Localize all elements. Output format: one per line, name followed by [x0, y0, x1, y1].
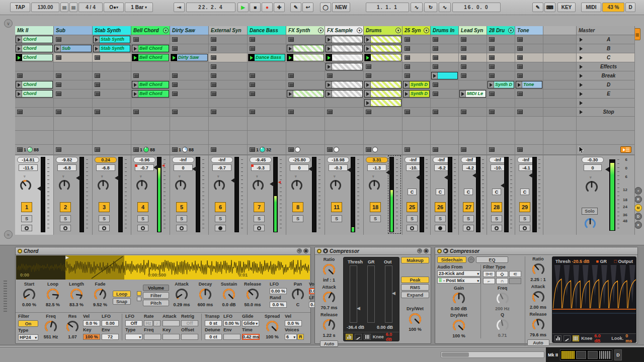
unfold-icon[interactable]: ▶ [443, 248, 448, 253]
clip-slot[interactable] [286, 99, 325, 108]
filter-lowcut-icon[interactable]: ⊃⊂ [483, 271, 495, 277]
clip-slot[interactable] [286, 80, 325, 89]
solo-button[interactable]: S [463, 215, 474, 222]
volume-lfo-amount-field[interactable]: 0.00 % [270, 288, 287, 294]
clip-slot[interactable] [325, 35, 364, 44]
clip-slot[interactable] [431, 80, 459, 89]
clip-slot[interactable] [487, 44, 515, 53]
loop-switch-icon[interactable]: ↻ [424, 3, 437, 12]
clip-stop-button[interactable] [433, 55, 438, 60]
clip-bell-chord[interactable]: Bell Chord [132, 81, 169, 88]
peak-level-field[interactable]: -Inf [433, 157, 450, 163]
pan-knob[interactable] [290, 178, 304, 193]
device-on-icon[interactable] [437, 249, 442, 253]
clip-launch-icon[interactable] [365, 54, 371, 61]
clip-slot[interactable] [325, 62, 364, 71]
clip-slot[interactable] [15, 71, 54, 80]
tap-tempo-button[interactable]: TAP [10, 3, 30, 12]
clip-stop-button[interactable] [250, 82, 255, 87]
clip-launch-icon[interactable] [326, 90, 332, 97]
arm-button[interactable] [215, 225, 226, 231]
track-activator[interactable]: 1 [21, 202, 32, 212]
clip-sub[interactable]: Sub [54, 45, 92, 52]
clip-slot[interactable] [459, 35, 487, 44]
clip-unnamed[interactable] [326, 90, 363, 98]
peak-level-field[interactable]: -25.80 [288, 157, 310, 163]
clip-launch-icon[interactable] [132, 45, 138, 52]
device-drag-strip[interactable] [4, 281, 7, 313]
track-activator[interactable]: 25 [407, 202, 418, 212]
sidechain-button[interactable]: Sidechain [437, 256, 466, 263]
sample-waveform[interactable]: 0:00 0:00:500 0:01 [16, 255, 310, 280]
clip-stop-button[interactable] [405, 64, 410, 69]
volume-velocity-field[interactable]: 0.0 % [285, 320, 302, 326]
clip-stop-button[interactable] [517, 73, 523, 78]
clip-slot[interactable] [403, 35, 431, 44]
clip-unnamed[interactable] [326, 36, 363, 43]
volume-slider-handle[interactable] [115, 175, 119, 180]
volume-field[interactable]: -9.7 [212, 164, 231, 171]
release-knob[interactable] [321, 318, 337, 333]
sidechain-filter-freq-knob[interactable] [495, 291, 510, 306]
follow-icon[interactable]: ⇥ [174, 3, 185, 12]
clip-slot[interactable] [15, 62, 54, 71]
attack-knob[interactable] [174, 287, 189, 302]
clip-slot[interactable] [515, 35, 543, 44]
volume-field[interactable]: -9.3 [251, 164, 270, 171]
pan-knob[interactable] [329, 178, 343, 193]
track-activator[interactable]: 7 [254, 202, 265, 212]
clip-stop-button[interactable] [211, 73, 216, 78]
scene-effects[interactable]: Effects [577, 62, 635, 71]
scrollbar-thumb[interactable] [442, 352, 469, 357]
clip-slot[interactable] [286, 62, 325, 71]
clip-slot[interactable] [325, 89, 364, 99]
clip-bell-chord[interactable]: Bell Chord [132, 45, 169, 52]
voices-select[interactable]: 6▾ [285, 334, 297, 340]
clip-stop-button[interactable] [211, 82, 216, 87]
sidechain-tap-select[interactable]: ⠿ - Post Mix▾ [437, 278, 480, 284]
clip-stop-button[interactable] [433, 64, 438, 69]
mixer-io-toggle-icon[interactable]: ≡ [634, 187, 642, 195]
clip-slot[interactable] [131, 35, 170, 44]
clip-unnamed[interactable] [364, 81, 401, 88]
clip-launch-icon[interactable] [94, 36, 100, 43]
clip-slot[interactable] [431, 62, 459, 71]
track-stop-button[interactable] [211, 147, 216, 152]
track-stop-button[interactable] [133, 147, 139, 152]
volume-slider-handle[interactable] [37, 186, 41, 191]
clip-slot[interactable]: Synth D [487, 80, 515, 89]
spread-knob[interactable] [265, 319, 280, 334]
clip-slot[interactable]: Bell Chord [131, 53, 170, 62]
clip-stop-button[interactable] [461, 46, 466, 51]
clip-slot[interactable] [487, 35, 515, 44]
lfo-on-off-field[interactable]: Off [125, 320, 142, 326]
capture-new-scene-button[interactable]: NEW [332, 3, 350, 12]
filter-highpass-icon[interactable]: ⌒ [509, 278, 521, 284]
clip-slot[interactable] [170, 80, 209, 89]
clip-launch-icon[interactable] [16, 81, 22, 88]
key-map-button[interactable]: KEY [557, 3, 576, 12]
clip-slot[interactable] [515, 99, 543, 108]
clip-slot[interactable] [248, 62, 286, 71]
clip-stop-button[interactable] [405, 73, 410, 78]
clip-slot[interactable] [515, 108, 543, 117]
clip-stop-button[interactable] [489, 73, 495, 78]
track-stop-button[interactable] [95, 147, 100, 152]
automation-arm-icon[interactable]: ✎ [290, 3, 301, 12]
clip-stop-button[interactable] [95, 55, 100, 60]
clip-launch-icon[interactable] [55, 45, 61, 52]
solo-button[interactable]: S [519, 215, 530, 222]
clip-slot[interactable] [431, 44, 459, 53]
track-header-external-syn[interactable]: External Syn [209, 26, 248, 35]
volume-field[interactable]: 0 [174, 164, 193, 171]
tab-filter[interactable]: Filter [143, 292, 169, 299]
solo-button[interactable]: S [292, 215, 303, 222]
filter-notch-icon[interactable]: ∩ [496, 278, 508, 284]
track-stop-button[interactable] [461, 147, 466, 152]
clip-slot[interactable] [431, 71, 459, 80]
filter-highcut-icon[interactable]: ⊂ [509, 271, 521, 277]
clip-launch-icon[interactable] [132, 54, 138, 61]
clip-stop-button[interactable] [489, 110, 495, 114]
clip-slot[interactable] [364, 108, 403, 117]
peak-level-field[interactable]: -Inf [461, 157, 478, 163]
